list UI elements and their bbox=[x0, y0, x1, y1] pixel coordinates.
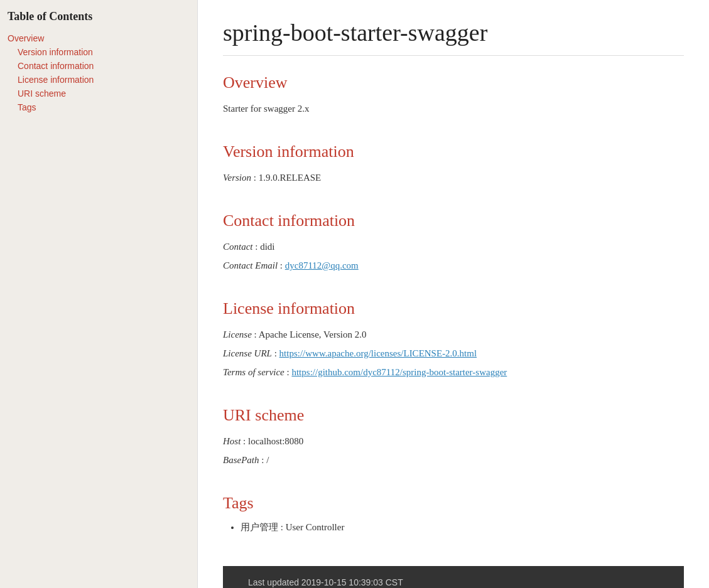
contact-email-label: Contact Email bbox=[223, 260, 278, 270]
license-url-row: License URL : https://www.apache.org/lic… bbox=[223, 346, 684, 361]
tos-label: Terms of service bbox=[223, 367, 284, 377]
license-row: License : Apache License, Version 2.0 bbox=[223, 327, 684, 342]
main-content: spring-boot-starter-swagger Overview Sta… bbox=[198, 0, 709, 588]
overview-section: Overview Starter for swagger 2.x bbox=[223, 73, 684, 120]
tags-list: 用户管理 : User Controller bbox=[241, 521, 684, 533]
uri-section: URI scheme Host : localhost:8080 BasePat… bbox=[223, 406, 684, 471]
sidebar: Table of Contents Overview Version infor… bbox=[0, 0, 198, 588]
toc-title: Table of Contents bbox=[8, 10, 190, 23]
license-heading: License information bbox=[223, 299, 684, 318]
license-value: Apache License, Version 2.0 bbox=[259, 329, 367, 339]
toc-item-overview[interactable]: Overview bbox=[8, 32, 190, 45]
basepath-value: / bbox=[266, 455, 269, 465]
license-url-sep: : bbox=[274, 348, 279, 358]
version-row: Version : 1.9.0.RELEASE bbox=[223, 170, 684, 185]
tag-value: 用户管理 : User Controller bbox=[241, 522, 344, 532]
version-label: Version bbox=[223, 173, 251, 183]
license-url-label: License URL bbox=[223, 348, 272, 358]
toc-item-license[interactable]: License information bbox=[18, 73, 190, 86]
version-separator: : bbox=[254, 173, 259, 183]
contact-heading: Contact information bbox=[223, 211, 684, 230]
list-item: 用户管理 : User Controller bbox=[241, 521, 684, 533]
toc-item-contact[interactable]: Contact information bbox=[18, 60, 190, 72]
contact-email-link[interactable]: dyc87112@qq.com bbox=[285, 260, 359, 270]
page-title: spring-boot-starter-swagger bbox=[223, 19, 684, 56]
footer-text: Last updated 2019-10-15 10:39:03 CST bbox=[248, 577, 403, 587]
contact-email-row: Contact Email : dyc87112@qq.com bbox=[223, 258, 684, 273]
overview-description: Starter for swagger 2.x bbox=[223, 101, 684, 116]
overview-heading: Overview bbox=[223, 73, 684, 92]
footer: Last updated 2019-10-15 10:39:03 CST bbox=[223, 566, 684, 588]
contact-value: didi bbox=[260, 242, 274, 252]
tags-heading: Tags bbox=[223, 494, 684, 513]
host-row: Host : localhost:8080 bbox=[223, 434, 684, 449]
license-label: License bbox=[223, 329, 252, 339]
contact-sep: : bbox=[255, 242, 260, 252]
host-label: Host bbox=[223, 436, 241, 446]
toc-item-tags[interactable]: Tags bbox=[18, 101, 190, 114]
license-url-link[interactable]: https://www.apache.org/licenses/LICENSE-… bbox=[279, 348, 477, 358]
toc-item-version[interactable]: Version information bbox=[18, 46, 190, 58]
basepath-label: BasePath bbox=[223, 455, 259, 465]
version-value: 1.9.0.RELEASE bbox=[259, 173, 322, 183]
basepath-row: BasePath : / bbox=[223, 452, 684, 468]
contact-section: Contact information Contact : didi Conta… bbox=[223, 211, 684, 277]
contact-label: Contact bbox=[223, 242, 253, 252]
contact-row: Contact : didi bbox=[223, 239, 684, 254]
basepath-sep: : bbox=[261, 455, 266, 465]
uri-heading: URI scheme bbox=[223, 406, 684, 425]
tags-section: Tags 用户管理 : User Controller bbox=[223, 494, 684, 536]
host-value: localhost:8080 bbox=[248, 436, 303, 446]
version-section: Version information Version : 1.9.0.RELE… bbox=[223, 142, 684, 189]
contact-email-sep: : bbox=[280, 260, 285, 270]
host-sep: : bbox=[243, 436, 248, 446]
tos-row: Terms of service : https://github.com/dy… bbox=[223, 365, 684, 380]
tos-link[interactable]: https://github.com/dyc87112/spring-boot-… bbox=[291, 367, 507, 377]
toc-item-uri[interactable]: URI scheme bbox=[18, 87, 190, 100]
license-sep: : bbox=[254, 329, 259, 339]
license-section: License information License : Apache Lic… bbox=[223, 299, 684, 383]
version-heading: Version information bbox=[223, 142, 684, 161]
